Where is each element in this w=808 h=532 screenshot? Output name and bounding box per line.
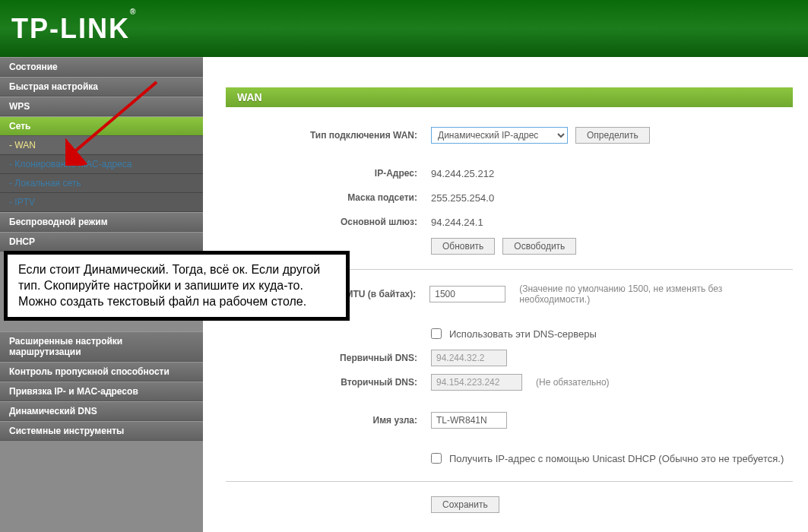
- sidebar-item-dhcp[interactable]: DHCP: [0, 232, 203, 252]
- sidebar-item-network[interactable]: Сеть: [0, 116, 203, 136]
- label-dns1: Первичный DNS:: [226, 353, 431, 363]
- mtu-hint: (Значение по умолчанию 1500, не изменять…: [519, 283, 793, 305]
- label-conntype: Тип подключения WAN:: [226, 130, 431, 141]
- page-title: WAN: [226, 87, 793, 107]
- label-mask: Маска подсети:: [226, 192, 431, 203]
- value-ip: 94.244.25.212: [431, 168, 494, 179]
- sidebar-item-ddns[interactable]: Динамический DNS: [0, 401, 203, 421]
- header: TP-LINK®: [0, 0, 808, 57]
- hostname-input[interactable]: [431, 412, 507, 429]
- label-ip: IP-Адрес:: [226, 168, 431, 179]
- value-mask: 255.255.254.0: [431, 192, 494, 204]
- logo: TP-LINK®: [11, 13, 137, 45]
- label-dns2: Вторичный DNS:: [226, 377, 431, 388]
- sidebar-item-quicksetup[interactable]: Быстрая настройка: [0, 77, 203, 97]
- label-gateway: Основной шлюз:: [226, 217, 431, 227]
- sidebar-sub-macclone[interactable]: - Клонирование MAC-адреса: [0, 155, 203, 174]
- divider-2: [226, 481, 793, 482]
- sidebar-item-wps[interactable]: WPS: [0, 97, 203, 116]
- sidebar-item-bandwidth[interactable]: Контроль пропускной способности: [0, 362, 203, 382]
- detect-button[interactable]: Определить: [575, 127, 650, 144]
- conntype-select[interactable]: Динамический IP-адрес: [431, 127, 568, 144]
- sidebar-sub-lan[interactable]: - Локальная сеть: [0, 174, 203, 193]
- sidebar-item-ipmac[interactable]: Привязка IP- и MAC-адресов: [0, 382, 203, 401]
- annotation-overlay: Если стоит Динамический. Тогда, всё ок. …: [4, 251, 350, 321]
- use-dns-label: Использовать эти DNS-серверы: [449, 328, 597, 340]
- refresh-button[interactable]: Обновить: [431, 238, 495, 255]
- dns2-input: [431, 374, 522, 391]
- value-gateway: 94.244.24.1: [431, 217, 483, 228]
- mtu-input[interactable]: [429, 286, 505, 302]
- unicast-checkbox[interactable]: [431, 453, 442, 464]
- use-dns-checkbox[interactable]: [431, 328, 442, 339]
- save-button[interactable]: Сохранить: [431, 496, 499, 513]
- label-hostname: Имя узла:: [226, 415, 431, 426]
- release-button[interactable]: Освободить: [502, 238, 576, 255]
- dns2-hint: (Не обязательно): [536, 377, 610, 388]
- sidebar-item-routing[interactable]: Расширенные настройки маршрутизации: [0, 331, 203, 362]
- sidebar-sub-wan[interactable]: - WAN: [0, 136, 203, 155]
- unicast-label: Получить IP-адрес с помощью Unicast DHCP…: [449, 453, 784, 464]
- sidebar-item-status[interactable]: Состояние: [0, 57, 203, 77]
- dns1-input: [431, 350, 507, 366]
- sidebar-item-systools[interactable]: Системные инструменты: [0, 421, 203, 441]
- sidebar-sub-iptv[interactable]: - IPTV: [0, 193, 203, 212]
- sidebar-item-wireless[interactable]: Беспроводной режим: [0, 212, 203, 232]
